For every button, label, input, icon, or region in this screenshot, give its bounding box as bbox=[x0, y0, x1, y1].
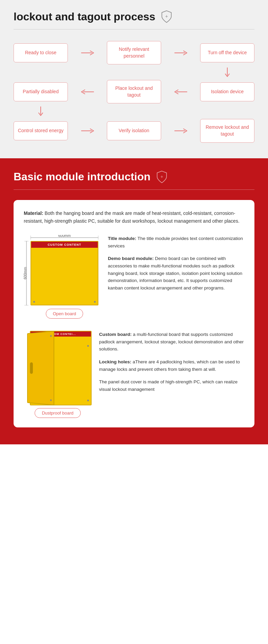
section2-title-row: Basic module introduction + bbox=[14, 170, 254, 183]
dustproof-door bbox=[27, 331, 54, 405]
dustproof-dot-2 bbox=[87, 400, 89, 401]
shield-icon-2: + bbox=[155, 170, 168, 183]
dustproof-visual: CUSTOM CONTEI... bbox=[24, 331, 92, 405]
shield-icon-1: + bbox=[160, 10, 173, 23]
dustproof-left-panel: CUSTOM CONTEI... Dustproof board bbox=[24, 331, 92, 418]
open-board-frame-container: CUSTOM CONTENT Open board bbox=[31, 241, 98, 319]
dustproof-button[interactable]: Dustproof board bbox=[35, 408, 80, 418]
demo-board-label: Demo board module: bbox=[108, 256, 154, 261]
arrow-right-4 bbox=[172, 127, 189, 134]
custom-board-item: Custom board: a multi-functional board t… bbox=[99, 331, 244, 353]
flow-box-turn-off: Turn off the device bbox=[200, 43, 254, 62]
title-module-item: Title module: The title module provides … bbox=[108, 235, 244, 249]
flow-diagram: Ready to close Notify relevant personnel… bbox=[14, 39, 254, 145]
section1-title-row: lockout and tagout process + bbox=[14, 10, 254, 23]
v-arrow-right bbox=[200, 67, 254, 77]
svg-text:600mm: 600mm bbox=[58, 235, 71, 238]
arrow-right-1 bbox=[79, 49, 96, 56]
material-label: Material: bbox=[24, 210, 43, 216]
arrow-left-2 bbox=[172, 88, 189, 95]
board-left-panel: 600mm 600mm bbox=[24, 235, 98, 319]
dustproof-description: The panel dust cover is made of high-str… bbox=[99, 379, 237, 392]
dim-top: 600mm bbox=[31, 235, 98, 240]
section-lockout: lockout and tagout process + Ready to cl… bbox=[0, 0, 268, 158]
corner-dot-bl bbox=[33, 301, 35, 303]
v-arrow-row-2 bbox=[14, 105, 254, 117]
dustproof-text-item: The panel dust cover is made of high-str… bbox=[99, 378, 244, 393]
board-right-info: Title module: The title module provides … bbox=[108, 235, 244, 297]
flow-box-partially: Partially disabled bbox=[14, 82, 68, 101]
custom-board-label: Custom board: bbox=[99, 332, 132, 337]
arrow-left-1 bbox=[79, 88, 96, 95]
flow-box-place-lockout: Place lockout and tagout bbox=[107, 80, 161, 103]
module-card: Material: Both the hanging board and the… bbox=[14, 200, 254, 428]
flow-box-ready-close: Ready to close bbox=[14, 43, 68, 62]
arrow-right-3 bbox=[79, 127, 96, 134]
flow-row-3: Control stored energy Verify isolation R… bbox=[14, 117, 254, 144]
demo-board-text: Demo board can be combined with accessor… bbox=[108, 256, 242, 290]
board-title-bar: CUSTOM CONTENT bbox=[31, 242, 98, 248]
section-module: Basic module introduction + Material: Bo… bbox=[0, 158, 268, 445]
dustproof-dot-1 bbox=[87, 345, 89, 347]
board-with-side-dim: 600mm CUSTOM CONTENT Open board bbox=[24, 241, 98, 319]
dustproof-handle bbox=[30, 362, 33, 374]
flow-row-2: Partially disabled Place lockout and tag… bbox=[14, 78, 254, 105]
section1-title: lockout and tagout process bbox=[14, 11, 155, 23]
divider-1 bbox=[14, 29, 254, 29]
dustproof-door-dot-2 bbox=[50, 399, 52, 401]
svg-text:600mm: 600mm bbox=[24, 267, 27, 280]
dustproof-door-dot-1 bbox=[50, 335, 52, 337]
dustproof-diagram: CUSTOM CONTEI... Dustproof board bbox=[24, 331, 244, 418]
flow-row-1: Ready to close Notify relevant personnel… bbox=[14, 39, 254, 66]
open-board-label: Open board bbox=[31, 309, 98, 319]
svg-text:+: + bbox=[165, 14, 168, 19]
open-board-diagram: 600mm 600mm bbox=[24, 235, 244, 319]
dustproof-right-info: Custom board: a multi-functional board t… bbox=[99, 331, 244, 398]
dustproof-label: Dustproof board bbox=[24, 408, 92, 418]
svg-text:+: + bbox=[160, 174, 163, 179]
locking-holes-label: Locking holes: bbox=[99, 359, 131, 364]
title-module-label: Title module: bbox=[108, 236, 136, 241]
v-arrow-row-1 bbox=[14, 66, 254, 78]
flow-box-verify: Verify isolation bbox=[107, 121, 161, 140]
demo-board-item: Demo board module: Demo board can be com… bbox=[108, 255, 244, 291]
material-description: Material: Both the hanging board and the… bbox=[24, 209, 244, 226]
section2-title: Basic module introduction bbox=[14, 170, 151, 183]
locking-holes-item: Locking holes: aThere are 4 padlocking h… bbox=[99, 358, 244, 373]
flow-box-remove-lockout: Remove lockout and tagout bbox=[200, 119, 254, 142]
divider-2 bbox=[14, 189, 254, 190]
flow-box-control-energy: Control stored energy bbox=[14, 121, 68, 140]
material-body: Both the hanging board and the mask are … bbox=[24, 210, 240, 224]
open-board-visual: CUSTOM CONTENT bbox=[31, 241, 98, 305]
v-arrow-down-left bbox=[14, 106, 68, 116]
flow-box-isolation: Isolation device bbox=[200, 82, 254, 101]
arrow-right-2 bbox=[172, 49, 189, 56]
flow-box-notify: Notify relevant personnel bbox=[107, 41, 161, 64]
corner-dot-br bbox=[94, 301, 96, 303]
side-dim: 600mm bbox=[24, 241, 29, 305]
open-board-button[interactable]: Open board bbox=[46, 309, 83, 319]
